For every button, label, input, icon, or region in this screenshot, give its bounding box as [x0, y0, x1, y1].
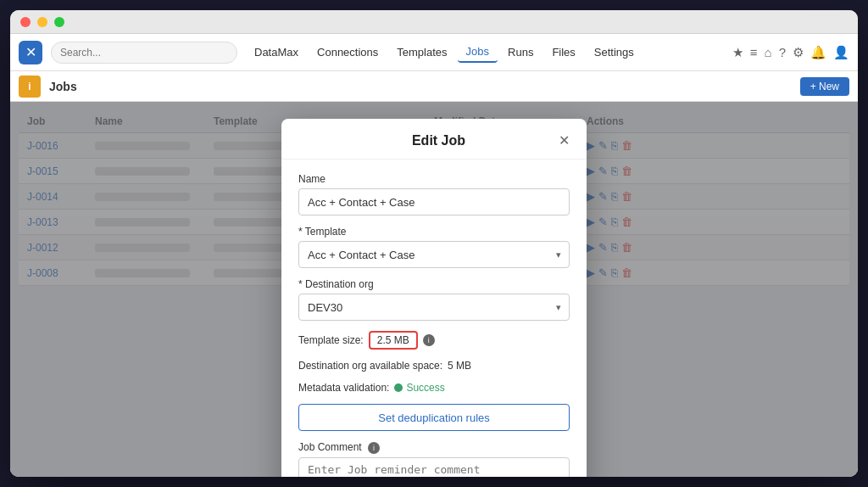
template-label: * Template	[298, 226, 570, 238]
job-comment-group: Job Comment i	[298, 441, 570, 477]
dest-available-row: Destination org available space: 5 MB	[298, 360, 570, 372]
template-size-label: Template size:	[298, 334, 364, 346]
template-field-group: * Template Acc + Contact + Case ▾	[298, 226, 570, 268]
maximize-button[interactable]	[54, 17, 64, 27]
destination-select-wrapper: DEV30 ▾	[298, 294, 570, 321]
destination-select[interactable]: DEV30	[298, 294, 570, 321]
nav-files[interactable]: Files	[543, 42, 583, 62]
header-nav: DataMax Connections Templates Jobs Runs …	[246, 42, 724, 63]
metadata-label: Metadata validation:	[298, 382, 389, 394]
job-comment-textarea[interactable]	[298, 457, 570, 477]
modal-close-button[interactable]: ✕	[559, 132, 570, 148]
template-size-value: 2.5 MB	[369, 331, 418, 350]
home-icon[interactable]: ⌂	[765, 45, 772, 59]
modal-body: Name * Template Acc + Contact + Case ▾	[281, 160, 587, 477]
minimize-button[interactable]	[37, 17, 47, 27]
name-input[interactable]	[298, 188, 570, 216]
search-input[interactable]	[51, 42, 237, 64]
dest-available-label: Destination org available space:	[298, 360, 442, 372]
modal-overlay: Edit Job ✕ Name * Template	[10, 102, 858, 477]
menu-icon[interactable]: ≡	[750, 45, 758, 59]
nav-settings[interactable]: Settings	[586, 42, 643, 62]
job-comment-label: Job Comment i	[298, 441, 570, 454]
destination-field-group: * Destination org DEV30 ▾	[298, 278, 570, 321]
bell-icon[interactable]: 🔔	[810, 45, 826, 60]
success-dot	[394, 383, 403, 392]
help-icon[interactable]: ?	[779, 45, 786, 59]
nav-jobs[interactable]: Jobs	[458, 42, 498, 63]
jobs-icon: i	[19, 76, 41, 98]
template-size-row: Template size: 2.5 MB i	[298, 331, 570, 350]
nav-datamax[interactable]: DataMax	[246, 42, 307, 62]
name-field-group: Name	[298, 173, 570, 216]
nav-connections[interactable]: Connections	[309, 42, 387, 62]
template-select[interactable]: Acc + Contact + Case	[298, 241, 570, 268]
edit-job-modal: Edit Job ✕ Name * Template	[281, 119, 587, 477]
user-avatar[interactable]: 👤	[833, 45, 849, 60]
header-icons: ★ ≡ ⌂ ? ⚙ 🔔 👤	[732, 45, 849, 60]
nav-templates[interactable]: Templates	[388, 42, 455, 62]
page-nav-bar: i Jobs + New	[10, 71, 858, 102]
app-logo: ✕	[19, 41, 42, 64]
dest-available-value: 5 MB	[448, 360, 471, 372]
success-badge: Success	[394, 382, 444, 394]
job-comment-info-icon[interactable]: i	[368, 442, 380, 454]
template-select-wrapper: Acc + Contact + Case ▾	[298, 241, 570, 268]
page-title: Jobs	[49, 80, 797, 93]
bookmark-icon[interactable]: ★	[732, 45, 743, 60]
metadata-status: Success	[406, 382, 444, 394]
dedup-button[interactable]: Set deduplication rules	[298, 404, 570, 431]
mac-window: ✕ DataMax Connections Templates Jobs Run…	[10, 10, 858, 477]
app-header: ✕ DataMax Connections Templates Jobs Run…	[10, 34, 858, 71]
close-button[interactable]	[20, 17, 31, 27]
info-icon[interactable]: i	[423, 334, 435, 346]
new-button[interactable]: + New	[800, 77, 849, 96]
title-bar	[10, 10, 858, 34]
gear-icon[interactable]: ⚙	[793, 45, 804, 60]
main-content: Job Name Template Modified Date Actions …	[10, 102, 858, 477]
modal-title: Edit Job	[319, 133, 559, 148]
modal-header: Edit Job ✕	[281, 119, 587, 160]
destination-label: * Destination org	[298, 278, 570, 290]
name-label: Name	[298, 173, 570, 185]
metadata-row: Metadata validation: Success	[298, 382, 570, 394]
nav-runs[interactable]: Runs	[499, 42, 542, 62]
